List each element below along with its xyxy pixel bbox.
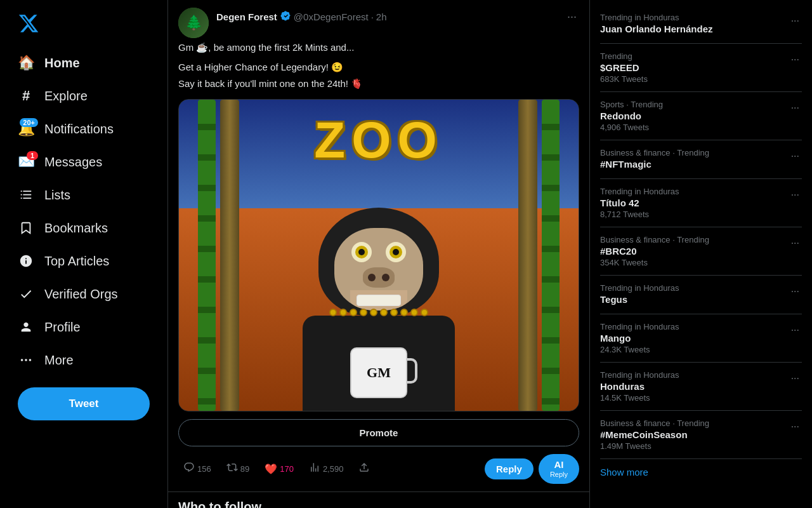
trending-item[interactable]: Trending in Honduras Juan Orlando Hernán…: [600, 5, 802, 44]
trending-meta: Trending in Honduras: [600, 187, 679, 196]
tweet-text-line1: Gm ☕, be among the first 2k Mints and...: [178, 41, 579, 55]
trending-more-icon[interactable]: ···: [789, 418, 802, 435]
trending-count: 24.3K Tweets: [600, 345, 679, 354]
trending-more-icon[interactable]: ···: [789, 13, 802, 29]
trending-item-content: Trending in Honduras Tegus: [600, 283, 679, 306]
trending-more-icon[interactable]: ···: [789, 100, 802, 116]
sidebar-item-notifications[interactable]: 🔔 20+ Notifications: [8, 113, 160, 145]
trending-name: #NFTmagic: [600, 159, 709, 170]
sidebar-nav: 🏠 Home # Explore 🔔 20+ Notifications ✉️ …: [8, 47, 160, 377]
bookmarks-icon: [18, 220, 34, 236]
left-sidebar: 🏠 Home # Explore 🔔 20+ Notifications ✉️ …: [0, 0, 168, 508]
trending-item[interactable]: Trending in Honduras Mango 24.3K Tweets …: [600, 314, 802, 363]
sidebar-item-label: Profile: [44, 320, 81, 335]
trending-more-icon[interactable]: ···: [789, 51, 802, 68]
trending-item[interactable]: Trending $GREED 683K Tweets ···: [600, 44, 802, 92]
trending-item[interactable]: Business & finance · Trending #NFTmagic …: [600, 140, 802, 179]
trending-item[interactable]: Business & finance · Trending #MemeCoinS…: [600, 411, 802, 459]
retweet-icon: [226, 462, 238, 476]
trending-item-content: Trending in Honduras Mango 24.3K Tweets: [600, 322, 679, 354]
tweet-text-line2: Get a Higher Chance of Legendary! 😉: [178, 60, 579, 75]
trending-name: Tegus: [600, 294, 679, 305]
twitter-logo[interactable]: [8, 5, 160, 44]
trending-section: Trending in Honduras Juan Orlando Hernán…: [600, 5, 802, 485]
verified-orgs-icon: [18, 286, 34, 302]
sidebar-item-messages[interactable]: ✉️ 1 Messages: [8, 146, 160, 178]
trending-name: #MemeCoinSeason: [600, 429, 709, 440]
trending-item[interactable]: Sports · Trending Redondo 4,906 Tweets ·…: [600, 92, 802, 140]
explore-icon: #: [18, 88, 34, 104]
trending-count: 354K Tweets: [600, 258, 709, 267]
main-feed: 🌲 Degen Forest @0xDegenForest · 2h ···: [168, 0, 590, 508]
trending-item-content: Sports · Trending Redondo 4,906 Tweets: [600, 100, 663, 132]
notification-icon: 🔔 20+: [18, 121, 34, 137]
trending-more-icon[interactable]: ···: [789, 235, 802, 251]
sidebar-item-explore[interactable]: # Explore: [8, 80, 160, 112]
trending-count: 4,906 Tweets: [600, 123, 663, 132]
avatar: 🌲: [178, 8, 209, 38]
trending-more-icon[interactable]: ···: [789, 370, 802, 387]
trending-name: Redondo: [600, 110, 663, 121]
trending-count: 8,712 Tweets: [600, 210, 679, 219]
trending-name: Título 42: [600, 197, 679, 208]
sidebar-item-bookmarks[interactable]: Bookmarks: [8, 212, 160, 244]
heart-icon: ❤️: [265, 463, 277, 475]
ai-reply-button[interactable]: AI Reply: [539, 454, 579, 484]
promote-button[interactable]: Promote: [178, 419, 579, 446]
retweet-action[interactable]: 89: [221, 459, 254, 478]
like-action[interactable]: ❤️ 170: [259, 460, 299, 478]
trending-more-icon[interactable]: ···: [789, 148, 802, 164]
reply-button[interactable]: Reply: [485, 458, 534, 479]
sidebar-item-label: Home: [44, 56, 80, 70]
trending-count: 1.49M Tweets: [600, 441, 709, 451]
more-icon: [18, 352, 34, 368]
show-more-link[interactable]: Show more: [600, 459, 802, 485]
trending-name: #BRC20: [600, 246, 709, 257]
sidebar-item-home[interactable]: 🏠 Home: [8, 47, 160, 79]
who-to-follow-section: Who to follow: [168, 492, 589, 508]
retweet-count: 89: [240, 464, 249, 474]
author-handle: @0xDegenForest: [294, 11, 369, 22]
views-count: 2,590: [323, 464, 344, 474]
trending-item[interactable]: Trending in Honduras Título 42 8,712 Twe…: [600, 179, 802, 227]
sidebar-item-top-articles[interactable]: Top Articles: [8, 245, 160, 277]
sidebar-item-more[interactable]: More: [8, 344, 160, 376]
views-icon: [309, 462, 320, 476]
tweet-card: 🌲 Degen Forest @0xDegenForest · 2h ···: [168, 0, 589, 492]
author-name: Degen Forest: [216, 11, 277, 22]
trending-item[interactable]: Trending in Honduras Tegus ···: [600, 276, 802, 314]
comment-action[interactable]: 156: [178, 459, 216, 478]
comment-icon: [183, 462, 195, 476]
share-action[interactable]: [353, 459, 375, 478]
sidebar-item-label: Messages: [44, 155, 102, 170]
tweet-button[interactable]: Tweet: [18, 387, 150, 420]
trending-item-content: Trending $GREED 683K Tweets: [600, 51, 648, 84]
trending-item[interactable]: Trending in Honduras Honduras 14.5K Twee…: [600, 363, 802, 411]
sidebar-item-verified-orgs[interactable]: Verified Orgs: [8, 278, 160, 310]
trending-more-icon[interactable]: ···: [789, 322, 802, 338]
trending-more-icon[interactable]: ···: [789, 187, 802, 203]
share-icon: [358, 462, 370, 476]
trending-name: Honduras: [600, 381, 679, 392]
sidebar-item-lists[interactable]: Lists: [8, 179, 160, 211]
trending-meta: Trending in Honduras: [600, 370, 679, 380]
svg-point-0: [21, 359, 23, 361]
tweet-more-button[interactable]: ···: [565, 8, 579, 26]
home-icon: 🏠: [18, 55, 34, 71]
tweet-text: Gm ☕, be among the first 2k Mints and...…: [178, 41, 579, 91]
trending-item[interactable]: Business & finance · Trending #BRC20 354…: [600, 227, 802, 276]
sidebar-item-profile[interactable]: Profile: [8, 311, 160, 343]
trending-meta: Trending in Honduras: [600, 283, 679, 293]
notifications-badge: 20+: [20, 118, 38, 127]
sidebar-item-label: Notifications: [44, 122, 114, 137]
tweet-actions: 156 89 ❤️ 170 2,590: [178, 454, 579, 484]
trending-name: Mango: [600, 333, 679, 344]
top-articles-icon: [18, 253, 34, 269]
verified-icon: [280, 10, 291, 23]
views-action[interactable]: 2,590: [304, 459, 349, 478]
trending-more-icon[interactable]: ···: [789, 283, 802, 300]
trending-item-content: Trending in Honduras Honduras 14.5K Twee…: [600, 370, 679, 403]
right-sidebar: Trending in Honduras Juan Orlando Hernán…: [590, 0, 812, 508]
zoo-sign-text: ZOO: [314, 111, 443, 170]
trending-item-content: Business & finance · Trending #BRC20 354…: [600, 235, 709, 267]
